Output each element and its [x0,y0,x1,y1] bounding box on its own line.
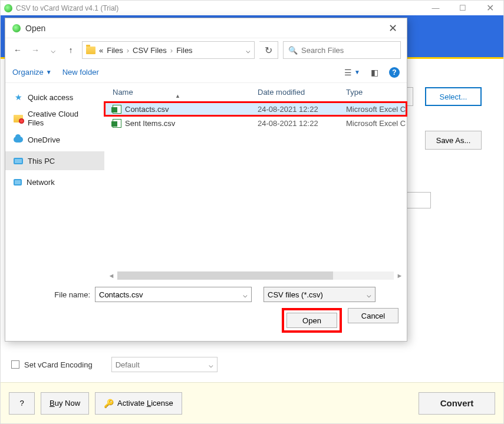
buy-now-button[interactable]: Buy Now [41,392,89,415]
refresh-button[interactable]: ↻ [259,41,278,59]
sidebar-item-quick-access[interactable]: ★Quick access [5,88,104,107]
button-row: Open Cancel [14,308,398,333]
dialog-bottom: File name: Contacts.csv ⌵ CSV files (*.c… [5,281,407,341]
scroll-left-icon[interactable]: ◄ [107,272,116,279]
minimize-button[interactable]: — [422,1,449,16]
select-button[interactable]: Select... [425,87,482,106]
chevron-down-icon: ⌵ [209,360,213,369]
dialog-close-button[interactable]: ✕ [383,22,402,35]
file-row[interactable]: Contacts.csv24-08-2021 12:22Microsoft Ex… [104,102,407,116]
filename-row: File name: Contacts.csv ⌵ CSV files (*.c… [14,287,398,302]
file-name-cell: Contacts.csv [104,105,258,114]
address-bar[interactable]: « Files › CSV Files › Files ⌵ [82,41,255,59]
scroll-track[interactable] [117,271,394,280]
up-button[interactable]: ↑ [64,44,77,57]
chevron-right-icon: › [170,46,173,55]
search-placeholder: Search Files [301,46,344,55]
file-name: Sent Items.csv [125,119,175,128]
file-rows: Contacts.csv24-08-2021 12:22Microsoft Ex… [104,102,407,130]
open-button[interactable]: Open [286,313,337,328]
chevron-right-icon: › [127,46,129,55]
search-box[interactable]: 🔍 Search Files [283,41,401,59]
scroll-thumb[interactable] [117,271,333,280]
organize-menu[interactable]: Organize ▼ [12,68,52,77]
chevron-down-icon: ▼ [354,69,360,75]
sidebar-item-creative-cloud-files[interactable]: Creative Cloud Files [5,109,104,128]
sidebar-item-onedrive[interactable]: OneDrive [5,130,104,149]
crumb-0[interactable]: Files [107,46,123,55]
close-button[interactable]: ✕ [476,1,503,16]
file-date: 24-08-2021 12:22 [258,105,346,114]
filetype-select[interactable]: CSV files (*.csv) ⌵ [263,287,375,302]
chevron-down-icon: ⌵ [367,290,371,299]
new-folder-button[interactable]: New folder [62,68,99,77]
star-icon: ★ [14,92,23,102]
app-icon [4,4,12,12]
pc-icon [14,158,23,164]
help-button[interactable]: ? [9,392,35,415]
filename-value: Contacts.csv [99,290,143,299]
col-date[interactable]: Date modified [258,88,346,97]
preview-toggle[interactable]: ◧ [371,68,378,77]
sort-asc-icon: ▲ [175,93,180,99]
file-type: Microsoft Excel C [346,105,407,114]
preview-icon: ◧ [371,68,378,77]
sidebar-item-label: Creative Cloud Files [28,110,96,127]
back-button[interactable]: ← [11,44,24,57]
encoding-value: Default [116,360,140,369]
chevron-down-icon[interactable]: ⌵ [243,290,248,299]
list-icon: ☰ [344,68,352,77]
body-row: ★Quick accessCreative Cloud FilesOneDriv… [5,83,407,281]
activate-license-button[interactable]: 🔑 Activate License [95,392,182,415]
file-row[interactable]: Sent Items.csv24-08-2021 12:22Microsoft … [104,116,407,130]
scroll-right-icon[interactable]: ► [395,272,404,279]
sidebar: ★Quick accessCreative Cloud FilesOneDriv… [5,83,104,281]
col-name[interactable]: Name ▲ [104,88,258,97]
cancel-button[interactable]: Cancel [348,308,398,323]
sidebar-item-this-pc[interactable]: This PC [5,151,104,170]
net-icon [14,179,22,186]
crumb-1[interactable]: CSV Files [133,46,167,55]
columns-header: Name ▲ Date modified Type [104,83,407,102]
dialog-help-button[interactable]: ? [389,67,400,78]
open-dialog: Open ✕ ← → ⌵ ↑ « Files › CSV Files › Fil… [5,18,407,342]
file-name-cell: Sent Items.csv [104,119,258,128]
file-type: Microsoft Excel C [346,119,407,128]
sidebar-item-label: Quick access [28,93,73,102]
dialog-titlebar: Open ✕ [5,18,407,38]
titlebar: CSV to vCard Wizard v4.1 (Trial) — ☐ ✕ [0,0,504,15]
recent-dd[interactable]: ⌵ [47,44,60,57]
view-menu[interactable]: ☰ ▼ [344,68,360,77]
encoding-row: Set vCard Encoding Default ⌵ [11,357,218,372]
maximize-button[interactable]: ☐ [449,1,476,16]
crumb-prefix: « [99,46,103,55]
excel-icon [113,105,121,114]
sidebar-item-label: This PC [28,157,55,165]
filename-input[interactable]: Contacts.csv ⌵ [95,287,252,302]
dialog-icon [12,24,21,32]
address-dd[interactable]: ⌵ [246,46,251,55]
filetype-value: CSV files (*.csv) [268,290,323,299]
h-scrollbar[interactable]: ◄ ► [104,270,407,281]
excel-icon [113,119,121,128]
sidebar-item-network[interactable]: Network [5,173,104,191]
convert-button[interactable]: Convert [419,392,495,415]
cloud-icon [14,137,23,143]
file-name: Contacts.csv [125,105,169,114]
folder-icon [86,47,95,54]
dialog-title: Open [25,24,383,33]
open-highlight: Open [282,308,342,333]
filename-label: File name: [14,290,90,299]
footer: ? Buy Now 🔑 Activate License Convert [1,382,503,423]
encoding-label: Set vCard Encoding [24,360,93,369]
crumb-2[interactable]: Files [176,46,192,55]
encoding-select[interactable]: Default ⌵ [111,357,218,372]
encoding-checkbox[interactable] [11,360,19,369]
toolbar: Organize ▼ New folder ☰ ▼ ◧ ? [5,62,407,83]
col-type[interactable]: Type [346,88,407,97]
sidebar-item-label: OneDrive [28,135,60,144]
key-icon: 🔑 [104,399,114,408]
chevron-down-icon: ▼ [46,69,52,75]
cc-icon [14,115,23,122]
saveas-button[interactable]: Save As... [425,131,482,150]
